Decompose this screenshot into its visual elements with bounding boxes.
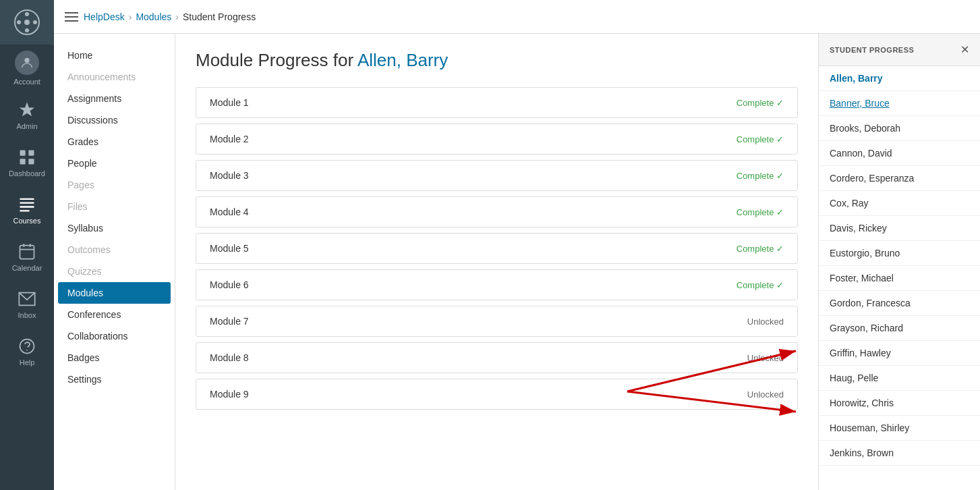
module-status: Complete ✓	[737, 244, 784, 254]
module-status: Complete ✓	[737, 98, 784, 108]
module-row[interactable]: Module 4Complete ✓	[196, 196, 798, 227]
student-list-item[interactable]: Davis, Rickey	[819, 216, 980, 241]
module-status: Unlocked	[747, 389, 784, 400]
svg-rect-9	[20, 159, 26, 164]
close-sidebar-button[interactable]: ✕	[960, 43, 969, 56]
student-list-item[interactable]: Banner, Bruce	[819, 91, 980, 116]
student-list-item[interactable]: Eustorgio, Bruno	[819, 241, 980, 266]
breadcrumb-sep2: ›	[175, 11, 179, 22]
breadcrumb-sep1: ›	[129, 11, 132, 22]
svg-point-4	[17, 20, 21, 24]
module-name: Module 7	[210, 316, 249, 327]
nav-courses[interactable]: Courses	[0, 186, 54, 234]
student-list-item[interactable]: Foster, Michael	[819, 266, 980, 291]
page-title: Module Progress for Allen, Barry	[196, 50, 798, 71]
nav-dashboard[interactable]: Dashboard	[0, 139, 54, 186]
sidenav-assignments[interactable]: Assignments	[54, 88, 175, 109]
sidenav-discussions[interactable]: Discussions	[54, 109, 175, 131]
nav-calendar[interactable]: Calendar	[0, 234, 54, 281]
module-name: Module 5	[210, 243, 249, 254]
student-list-item[interactable]: Brooks, Deborah	[819, 116, 980, 141]
svg-rect-7	[20, 151, 26, 156]
nav-help[interactable]: Help	[0, 328, 54, 375]
nav-inbox[interactable]: Inbox	[0, 281, 54, 328]
nav-account[interactable]: Account	[0, 45, 54, 92]
student-list-item[interactable]: Gordon, Francesca	[819, 291, 980, 316]
sidebar-title: STUDENT PROGRESS	[830, 46, 914, 54]
module-status: Complete ✓	[737, 207, 784, 217]
nav-admin[interactable]: Admin	[0, 92, 54, 139]
sidenav-syllabus[interactable]: Syllabus	[54, 217, 175, 239]
sidenav-home[interactable]: Home	[54, 45, 175, 66]
sidenav-announcements: Announcements	[54, 66, 175, 88]
breadcrumb-modules[interactable]: Modules	[136, 11, 171, 22]
sidenav-settings[interactable]: Settings	[54, 369, 175, 390]
module-list: Module 1Complete ✓Module 2Complete ✓Modu…	[196, 87, 798, 410]
module-name: Module 4	[210, 207, 249, 217]
sidenav-grades[interactable]: Grades	[54, 131, 175, 153]
breadcrumb-helpdesk[interactable]: HelpDesk	[84, 11, 125, 22]
hamburger-menu[interactable]	[65, 12, 78, 22]
sidenav-modules[interactable]: Modules	[58, 282, 171, 304]
svg-point-3	[25, 28, 29, 32]
module-row[interactable]: Module 5Complete ✓	[196, 233, 798, 264]
student-list-item[interactable]: Allen, Barry	[819, 66, 980, 91]
module-status: Complete ✓	[737, 280, 784, 290]
sidenav-files: Files	[54, 196, 175, 217]
sidenav-collaborations[interactable]: Collaborations	[54, 325, 175, 347]
module-name: Module 2	[210, 134, 249, 144]
left-nav: Account Admin Dashboard Courses Calendar…	[0, 0, 54, 490]
module-name: Module 1	[210, 97, 249, 108]
student-list-item[interactable]: Cox, Ray	[819, 191, 980, 216]
svg-point-2	[25, 12, 29, 16]
module-name: Module 3	[210, 170, 249, 181]
svg-point-13	[26, 350, 28, 351]
student-progress-sidebar: STUDENT PROGRESS ✕ Allen, BarryBanner, B…	[818, 34, 980, 490]
svg-rect-10	[28, 159, 34, 164]
module-row[interactable]: Module 2Complete ✓	[196, 124, 798, 155]
module-row[interactable]: Module 6Complete ✓	[196, 269, 798, 300]
breadcrumb-current: Student Progress	[183, 11, 256, 22]
module-row[interactable]: Module 8Unlocked	[196, 342, 798, 373]
student-list-item[interactable]: Griffin, Hawley	[819, 341, 980, 366]
student-list-item[interactable]: Cannon, David	[819, 141, 980, 166]
module-row[interactable]: Module 9Unlocked	[196, 379, 798, 410]
svg-point-6	[24, 58, 29, 63]
module-status: Unlocked	[747, 353, 784, 363]
top-bar: HelpDesk › Modules › Student Progress	[54, 0, 980, 34]
svg-rect-8	[28, 151, 34, 156]
svg-point-5	[33, 20, 37, 24]
student-list-item[interactable]: Grayson, Richard	[819, 316, 980, 341]
module-name: Module 6	[210, 279, 249, 290]
sidenav-conferences[interactable]: Conferences	[54, 304, 175, 325]
module-row[interactable]: Module 7Unlocked	[196, 306, 798, 337]
sidebar-header: STUDENT PROGRESS ✕	[819, 34, 980, 66]
student-list-item[interactable]: Horowitz, Chris	[819, 391, 980, 416]
student-list-item[interactable]: Cordero, Esperanza	[819, 166, 980, 191]
student-list-item[interactable]: Houseman, Shirley	[819, 416, 980, 441]
module-status: Complete ✓	[737, 171, 784, 181]
module-status: Complete ✓	[737, 134, 784, 144]
svg-point-1	[24, 20, 30, 25]
svg-point-12	[20, 339, 34, 354]
module-row[interactable]: Module 3Complete ✓	[196, 160, 798, 191]
sidenav-pages: Pages	[54, 174, 175, 196]
content-row: Home Announcements Assignments Discussio…	[54, 34, 980, 490]
page-content: Module Progress for Allen, Barry Module …	[175, 34, 818, 490]
sidenav-badges[interactable]: Badges	[54, 347, 175, 369]
module-name: Module 9	[210, 389, 249, 400]
module-status: Unlocked	[747, 317, 784, 327]
student-list-item[interactable]: Haug, Pelle	[819, 366, 980, 391]
sidenav-people[interactable]: People	[54, 153, 175, 174]
module-name: Module 8	[210, 352, 249, 363]
student-list-item[interactable]: Jenkins, Brown	[819, 441, 980, 466]
breadcrumb: HelpDesk › Modules › Student Progress	[84, 11, 256, 22]
main-area: HelpDesk › Modules › Student Progress Ho…	[54, 0, 980, 490]
sidenav-quizzes: Quizzes	[54, 261, 175, 282]
course-nav: Home Announcements Assignments Discussio…	[54, 34, 175, 490]
sidenav-outcomes: Outcomes	[54, 239, 175, 261]
svg-rect-11	[20, 246, 34, 259]
app-logo[interactable]	[0, 0, 54, 45]
module-row[interactable]: Module 1Complete ✓	[196, 87, 798, 118]
student-list: Allen, BarryBanner, BruceBrooks, Deborah…	[819, 66, 980, 490]
